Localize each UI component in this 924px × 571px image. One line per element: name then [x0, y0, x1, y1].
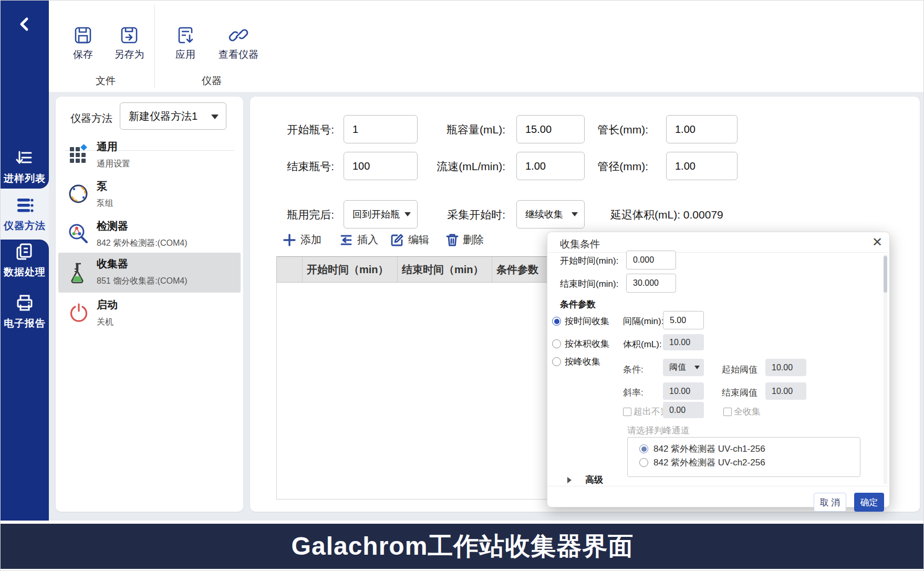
- save-button[interactable]: 保存: [59, 26, 107, 61]
- plus-icon: [283, 233, 296, 247]
- insert-button[interactable]: 插入: [339, 233, 378, 247]
- method-panel: 仪器方法 新建仪器方法1 通用 通用设置: [56, 97, 243, 512]
- bottle-volume-label: 瓶容量(mL):: [405, 122, 505, 137]
- dlg-condition-label: 条件:: [623, 364, 643, 376]
- dlg-start-time-input[interactable]: 0.000: [626, 251, 676, 269]
- module-title: 通用: [97, 140, 118, 154]
- apply-label: 应用: [162, 48, 209, 61]
- instrument-method-icon: [15, 196, 34, 215]
- advanced-expander[interactable]: 高级: [567, 474, 603, 486]
- save-icon: [74, 26, 92, 45]
- dlg-slope-value: 10.00: [669, 387, 690, 396]
- channel-option-1[interactable]: 842 紫外检测器 UV-ch1-256: [639, 443, 765, 455]
- view-instrument-label: 查看仪器: [213, 48, 264, 61]
- acquisition-start-select[interactable]: 继续收集: [516, 200, 585, 229]
- dlg-start-time-value: 0.000: [633, 255, 654, 265]
- cancel-button[interactable]: 取 消: [814, 493, 846, 512]
- add-button[interactable]: 添加: [283, 233, 321, 247]
- module-title: 启动: [97, 298, 118, 312]
- toolbar-group-instrument-label: 仪器: [180, 74, 243, 88]
- end-bottle-value: 100: [352, 160, 370, 172]
- chevron-down-icon: [572, 212, 578, 216]
- module-item-collector[interactable]: 收集器 851 馏分收集器:(COM4): [58, 253, 241, 293]
- method-select[interactable]: 新建仪器方法1: [120, 102, 226, 130]
- back-chevron-icon[interactable]: [18, 16, 32, 32]
- acquisition-start-label: 采集开始时:: [405, 207, 505, 222]
- dialog-scrollbar[interactable]: [884, 254, 887, 484]
- radio-icon: [552, 317, 561, 326]
- table-col-end-time: 结束时间（min）: [398, 257, 492, 282]
- edit-button[interactable]: 编辑: [390, 233, 429, 247]
- toolbar: 保存 另存为 应用: [49, 1, 924, 92]
- module-subtitle: 851 馏分收集器:(COM4): [97, 276, 187, 287]
- start-bottle-label: 开始瓶号:: [250, 122, 334, 137]
- module-item-startup[interactable]: 启动 关机: [56, 295, 243, 333]
- radio-icon: [639, 458, 648, 467]
- sidebar-item-label: 仪器方法: [1, 219, 49, 233]
- radio-collect-by-volume[interactable]: 按体积收集: [552, 338, 609, 350]
- injection-list-icon: [15, 149, 34, 168]
- table-col-select: [277, 257, 303, 282]
- chevron-down-icon: [211, 115, 219, 119]
- dlg-start-threshold-value: 10.00: [772, 363, 793, 372]
- checkbox-icon: [723, 408, 732, 416]
- save-as-icon: [120, 26, 139, 45]
- advanced-label: 高级: [585, 474, 603, 486]
- edit-label: 编辑: [408, 233, 429, 247]
- dlg-exceed-value: 0.00: [669, 406, 686, 415]
- dialog-footer-divider: [547, 486, 890, 486]
- dlg-condition-select: 阈值: [663, 359, 704, 376]
- tube-length-label: 管长(mm):: [547, 122, 648, 137]
- save-as-button[interactable]: 另存为: [106, 26, 153, 61]
- module-title: 泵: [97, 179, 107, 193]
- sidebar-bottom-segment: [1, 240, 49, 521]
- module-item-pump[interactable]: 泵 泵组: [56, 177, 243, 214]
- module-item-general[interactable]: 通用 通用设置: [56, 137, 243, 175]
- channel-label: 842 紫外检测器 UV-ch2-256: [653, 456, 765, 469]
- collector-flask-icon: [68, 262, 89, 284]
- delete-label: 删除: [463, 233, 484, 247]
- acquisition-start-value: 继续收集: [525, 208, 563, 221]
- save-label: 保存: [59, 48, 107, 61]
- radio-label: 按时间收集: [565, 315, 609, 327]
- dlg-start-time-label: 开始时间(min):: [560, 255, 618, 267]
- data-processing-icon: [15, 242, 34, 261]
- collection-conditions-dialog: 收集条件 ✕ 开始时间(min): 0.000 结束时间(min): 30.00…: [547, 232, 890, 507]
- sidebar-item-label: 电子报告: [1, 317, 49, 330]
- dlg-start-threshold-input: 10.00: [765, 359, 806, 376]
- apply-button[interactable]: 应用: [162, 26, 209, 61]
- radio-collect-by-time[interactable]: 按时间收集: [552, 315, 609, 327]
- module-subtitle: 通用设置: [97, 159, 130, 170]
- dlg-volume-label: 体积(mL):: [623, 338, 662, 350]
- channel-list-box: 842 紫外检测器 UV-ch1-256 842 紫外检测器 UV-ch2-25…: [627, 437, 860, 477]
- trash-icon: [446, 233, 459, 247]
- dlg-channel-hint: 请选择判峰通道: [627, 424, 690, 437]
- dlg-end-threshold-input: 10.00: [765, 382, 806, 400]
- dialog-scrollbar-thumb[interactable]: [884, 256, 887, 293]
- dlg-interval-input[interactable]: 5.00: [663, 311, 704, 329]
- module-subtitle: 842 紫外检测器:(COM4): [97, 238, 187, 249]
- channel-option-2[interactable]: 842 紫外检测器 UV-ch2-256: [639, 456, 765, 469]
- tube-diameter-label: 管径(mm):: [547, 159, 648, 174]
- dlg-condition-value: 阈值: [669, 362, 686, 373]
- sidebar-item-label: 进样列表: [1, 172, 49, 185]
- dlg-volume-input: 10.00: [663, 334, 704, 350]
- view-instrument-button[interactable]: 查看仪器: [213, 26, 264, 61]
- ok-button[interactable]: 确定: [854, 493, 884, 512]
- module-subtitle: 关机: [97, 317, 113, 328]
- add-label: 添加: [300, 233, 321, 247]
- dlg-end-time-label: 结束时间(min):: [560, 278, 618, 290]
- tube-length-input[interactable]: 1.00: [666, 115, 738, 143]
- tube-diameter-input[interactable]: 1.00: [666, 152, 738, 180]
- delay-volume-value: 0.00079: [683, 209, 723, 221]
- table-col-start-time: 开始时间（min）: [303, 257, 398, 282]
- module-item-detector[interactable]: 检测器 842 紫外检测器:(COM4): [56, 216, 243, 254]
- tube-diameter-value: 1.00: [675, 160, 695, 172]
- dlg-end-time-input[interactable]: 30.000: [626, 274, 676, 293]
- radio-label: 按峰收集: [565, 356, 600, 368]
- close-icon[interactable]: ✕: [872, 237, 883, 247]
- radio-collect-by-peak[interactable]: 按峰收集: [552, 356, 600, 368]
- flow-rate-value: 1.00: [525, 160, 546, 172]
- delete-button[interactable]: 删除: [446, 233, 484, 247]
- dlg-interval-value: 5.00: [670, 316, 686, 325]
